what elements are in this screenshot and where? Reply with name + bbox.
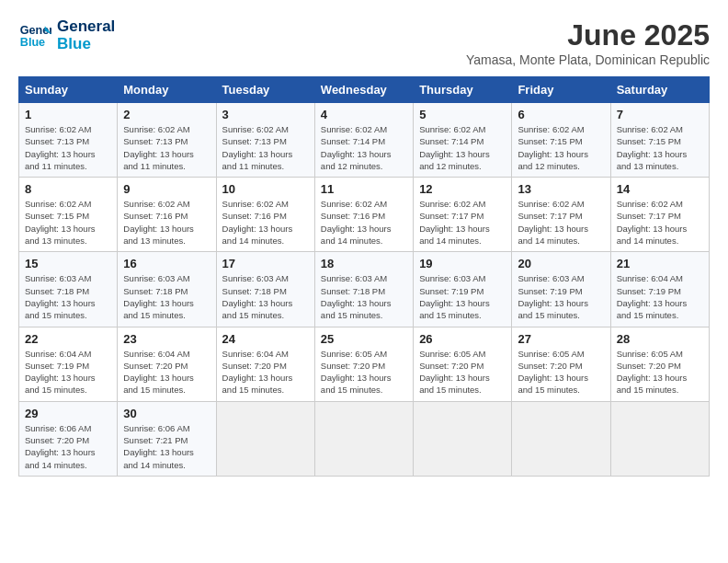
daylight-text: Daylight: 13 hours and 12 minutes. — [419, 148, 506, 173]
sunrise-text: Sunrise: 6:02 AM — [123, 198, 210, 210]
day-number: 14 — [617, 182, 703, 196]
day-info: Sunrise: 6:05 AM Sunset: 7:20 PM Dayligh… — [518, 348, 604, 396]
day-info: Sunrise: 6:02 AM Sunset: 7:16 PM Dayligh… — [222, 198, 309, 247]
col-wednesday: Wednesday — [314, 77, 413, 103]
sunset-text: Sunset: 7:14 PM — [321, 135, 407, 147]
table-row: 3 Sunrise: 6:02 AM Sunset: 7:13 PM Dayli… — [216, 103, 314, 178]
sunset-text: Sunset: 7:17 PM — [419, 210, 506, 222]
day-number: 29 — [25, 407, 111, 420]
sunrise-text: Sunrise: 6:05 AM — [617, 348, 703, 360]
sunset-text: Sunset: 7:19 PM — [25, 360, 111, 372]
table-row: 11 Sunrise: 6:02 AM Sunset: 7:16 PM Dayl… — [314, 178, 413, 252]
calendar-week-row: 8 Sunrise: 6:02 AM Sunset: 7:15 PM Dayli… — [19, 178, 710, 252]
col-saturday: Saturday — [610, 77, 709, 103]
day-info: Sunrise: 6:02 AM Sunset: 7:14 PM Dayligh… — [321, 123, 407, 172]
table-row: 23 Sunrise: 6:04 AM Sunset: 7:20 PM Dayl… — [118, 327, 216, 401]
table-row: 25 Sunrise: 6:05 AM Sunset: 7:20 PM Dayl… — [314, 327, 413, 401]
daylight-text: Daylight: 13 hours and 15 minutes. — [123, 297, 210, 322]
daylight-text: Daylight: 13 hours and 14 minutes. — [419, 223, 506, 247]
sunrise-text: Sunrise: 6:02 AM — [321, 198, 407, 210]
table-row: 20 Sunrise: 6:03 AM Sunset: 7:19 PM Dayl… — [512, 252, 610, 327]
sunrise-text: Sunrise: 6:02 AM — [321, 123, 407, 135]
sunrise-text: Sunrise: 6:04 AM — [617, 272, 703, 284]
calendar-header-row: Sunday Monday Tuesday Wednesday Thursday… — [19, 77, 710, 103]
sunrise-text: Sunrise: 6:03 AM — [123, 272, 210, 284]
table-row: 1 Sunrise: 6:02 AM Sunset: 7:13 PM Dayli… — [19, 103, 118, 178]
sunrise-text: Sunrise: 6:02 AM — [25, 123, 111, 135]
calendar-week-row: 15 Sunrise: 6:03 AM Sunset: 7:18 PM Dayl… — [19, 252, 710, 327]
day-number: 19 — [419, 257, 506, 270]
day-info: Sunrise: 6:02 AM Sunset: 7:17 PM Dayligh… — [617, 198, 703, 247]
day-number: 8 — [25, 182, 111, 196]
sunrise-text: Sunrise: 6:06 AM — [25, 422, 111, 434]
table-row: 2 Sunrise: 6:02 AM Sunset: 7:13 PM Dayli… — [118, 103, 216, 178]
day-info: Sunrise: 6:02 AM Sunset: 7:14 PM Dayligh… — [419, 123, 506, 172]
daylight-text: Daylight: 13 hours and 13 minutes. — [25, 223, 111, 247]
daylight-text: Daylight: 13 hours and 15 minutes. — [25, 297, 111, 322]
sunset-text: Sunset: 7:20 PM — [222, 360, 309, 372]
day-number: 12 — [419, 182, 506, 196]
day-info: Sunrise: 6:06 AM Sunset: 7:21 PM Dayligh… — [123, 422, 210, 471]
sunset-text: Sunset: 7:17 PM — [617, 210, 703, 222]
sunrise-text: Sunrise: 6:02 AM — [123, 123, 210, 135]
day-info: Sunrise: 6:03 AM Sunset: 7:19 PM Dayligh… — [518, 272, 604, 321]
logo: General Blue General Blue — [18, 18, 115, 52]
sunset-text: Sunset: 7:18 PM — [123, 285, 210, 297]
daylight-text: Daylight: 13 hours and 15 minutes. — [321, 297, 407, 322]
sunrise-text: Sunrise: 6:04 AM — [222, 348, 309, 360]
table-row: 28 Sunrise: 6:05 AM Sunset: 7:20 PM Dayl… — [610, 327, 709, 401]
table-row: 29 Sunrise: 6:06 AM Sunset: 7:20 PM Dayl… — [19, 401, 118, 476]
sunset-text: Sunset: 7:15 PM — [617, 135, 703, 147]
table-row — [314, 401, 413, 476]
daylight-text: Daylight: 13 hours and 15 minutes. — [321, 372, 407, 396]
day-info: Sunrise: 6:02 AM Sunset: 7:15 PM Dayligh… — [617, 123, 703, 172]
table-row: 5 Sunrise: 6:02 AM Sunset: 7:14 PM Dayli… — [414, 103, 512, 178]
daylight-text: Daylight: 13 hours and 14 minutes. — [25, 446, 111, 471]
day-number: 25 — [321, 332, 407, 346]
logo-line1: General — [57, 18, 115, 36]
calendar-title: June 2025 — [466, 18, 710, 52]
day-info: Sunrise: 6:05 AM Sunset: 7:20 PM Dayligh… — [321, 348, 407, 396]
sunrise-text: Sunrise: 6:03 AM — [25, 272, 111, 284]
table-row: 6 Sunrise: 6:02 AM Sunset: 7:15 PM Dayli… — [512, 103, 610, 178]
day-info: Sunrise: 6:02 AM Sunset: 7:16 PM Dayligh… — [321, 198, 407, 247]
day-info: Sunrise: 6:02 AM Sunset: 7:17 PM Dayligh… — [419, 198, 506, 247]
daylight-text: Daylight: 13 hours and 15 minutes. — [419, 372, 506, 396]
svg-text:Blue: Blue — [20, 35, 45, 48]
col-friday: Friday — [512, 77, 610, 103]
sunset-text: Sunset: 7:19 PM — [518, 285, 604, 297]
day-info: Sunrise: 6:02 AM Sunset: 7:13 PM Dayligh… — [123, 123, 210, 172]
day-number: 22 — [25, 332, 111, 346]
table-row: 17 Sunrise: 6:03 AM Sunset: 7:18 PM Dayl… — [216, 252, 314, 327]
sunrise-text: Sunrise: 6:03 AM — [321, 272, 407, 284]
daylight-text: Daylight: 13 hours and 11 minutes. — [123, 148, 210, 173]
calendar-week-row: 1 Sunrise: 6:02 AM Sunset: 7:13 PM Dayli… — [19, 103, 710, 178]
day-number: 24 — [222, 332, 309, 346]
day-info: Sunrise: 6:02 AM Sunset: 7:17 PM Dayligh… — [518, 198, 604, 247]
sunrise-text: Sunrise: 6:02 AM — [25, 198, 111, 210]
sunrise-text: Sunrise: 6:04 AM — [123, 348, 210, 360]
table-row: 27 Sunrise: 6:05 AM Sunset: 7:20 PM Dayl… — [512, 327, 610, 401]
sunrise-text: Sunrise: 6:02 AM — [419, 198, 506, 210]
day-info: Sunrise: 6:03 AM Sunset: 7:18 PM Dayligh… — [123, 272, 210, 321]
day-number: 13 — [518, 182, 604, 196]
table-row: 15 Sunrise: 6:03 AM Sunset: 7:18 PM Dayl… — [19, 252, 118, 327]
table-row: 8 Sunrise: 6:02 AM Sunset: 7:15 PM Dayli… — [19, 178, 118, 252]
day-number: 30 — [123, 407, 210, 420]
day-number: 3 — [222, 108, 309, 121]
daylight-text: Daylight: 13 hours and 15 minutes. — [222, 297, 309, 322]
table-row: 9 Sunrise: 6:02 AM Sunset: 7:16 PM Dayli… — [118, 178, 216, 252]
col-sunday: Sunday — [19, 77, 118, 103]
day-number: 15 — [25, 257, 111, 270]
day-number: 18 — [321, 257, 407, 270]
daylight-text: Daylight: 13 hours and 12 minutes. — [518, 148, 604, 173]
day-number: 10 — [222, 182, 309, 196]
day-info: Sunrise: 6:03 AM Sunset: 7:19 PM Dayligh… — [419, 272, 506, 321]
table-row: 16 Sunrise: 6:03 AM Sunset: 7:18 PM Dayl… — [118, 252, 216, 327]
sunrise-text: Sunrise: 6:03 AM — [222, 272, 309, 284]
sunrise-text: Sunrise: 6:02 AM — [222, 198, 309, 210]
sunset-text: Sunset: 7:17 PM — [518, 210, 604, 222]
daylight-text: Daylight: 13 hours and 13 minutes. — [123, 223, 210, 247]
sunset-text: Sunset: 7:20 PM — [25, 434, 111, 446]
sunset-text: Sunset: 7:18 PM — [222, 285, 309, 297]
